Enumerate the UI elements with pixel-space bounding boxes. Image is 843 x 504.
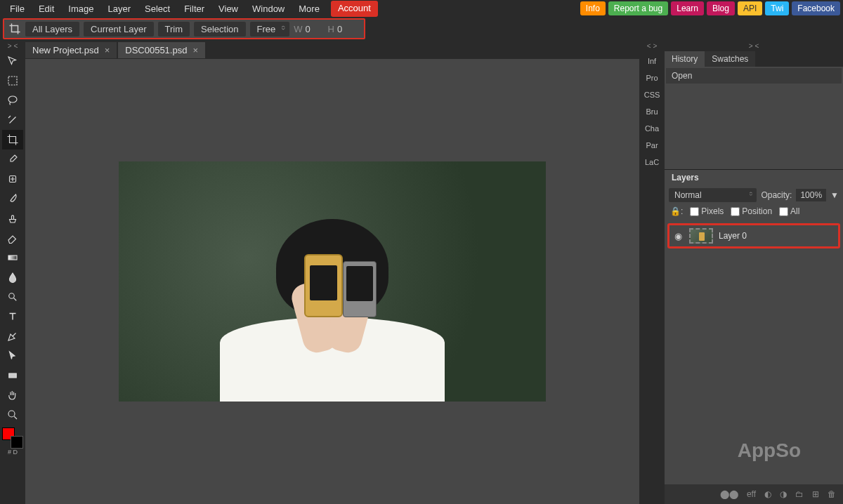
lock-icon: 🔒: — [670, 206, 683, 216]
info-panel-tab[interactable]: Inf — [639, 53, 665, 69]
swap-colors-label: # D — [8, 449, 18, 456]
history-panel: Open — [665, 67, 843, 169]
layer-effects-button[interactable]: eff — [747, 489, 756, 499]
delete-layer-icon[interactable]: 🗑 — [828, 489, 836, 499]
svg-rect-5 — [9, 373, 17, 378]
svg-rect-0 — [8, 77, 17, 85]
menu-select[interactable]: Select — [138, 1, 177, 17]
document-tab[interactable]: New Project.psd× — [25, 42, 117, 58]
close-tab-icon[interactable]: × — [105, 45, 110, 55]
crop-selection-button[interactable]: Selection — [194, 22, 245, 37]
move-tool[interactable] — [2, 51, 23, 71]
pen-tool[interactable] — [2, 326, 23, 346]
properties-panel-tab[interactable]: Pro — [639, 69, 665, 86]
crop-ratio-select[interactable]: Free — [250, 22, 290, 37]
crop-height-input[interactable]: H0 — [328, 24, 355, 34]
clone-tool[interactable] — [2, 208, 23, 228]
menu-view[interactable]: View — [211, 1, 245, 17]
document-tabs: New Project.psd× DSC00551.psd× — [25, 41, 639, 59]
svg-point-6 — [8, 411, 15, 417]
svg-point-1 — [8, 96, 17, 102]
right-collapse-toggle[interactable]: > < — [665, 41, 843, 51]
new-folder-icon[interactable]: 🗀 — [795, 489, 804, 499]
menu-window[interactable]: Window — [245, 1, 292, 17]
history-tab[interactable]: History — [665, 51, 705, 67]
document-tab[interactable]: DSC00551.psd× — [118, 42, 205, 58]
lasso-tool[interactable] — [2, 91, 23, 110]
crop-icon — [8, 22, 21, 35]
magic-wand-tool[interactable] — [2, 110, 23, 130]
brush-tool[interactable] — [2, 189, 23, 208]
rect-select-tool[interactable] — [2, 71, 23, 91]
collapsed-panels: < > Inf Pro CSS Bru Cha Par LaC — [639, 41, 665, 504]
layer-list: ◉ Layer 0 AppSo — [665, 220, 843, 484]
right-panel-group: > < History Swatches Open Layers Normal … — [665, 41, 843, 504]
brush-panel-tab[interactable]: Bru — [639, 103, 665, 120]
crop-width-input[interactable]: W0 — [294, 24, 323, 34]
layer-row[interactable]: ◉ Layer 0 — [667, 223, 840, 248]
opacity-label: Opacity: — [761, 190, 792, 200]
opacity-slider-toggle[interactable]: ▼ — [830, 190, 839, 200]
character-panel-tab[interactable]: Cha — [639, 120, 665, 137]
link-layers-icon[interactable]: ⬤⬤ — [720, 489, 738, 499]
color-swatches[interactable] — [2, 427, 23, 449]
background-color[interactable] — [11, 436, 23, 449]
paragraph-panel-tab[interactable]: Par — [639, 137, 665, 154]
close-tab-icon[interactable]: × — [192, 45, 198, 55]
lock-position-checkbox[interactable]: Position — [731, 206, 772, 216]
eyedropper-tool[interactable] — [2, 150, 23, 169]
crop-all-layers-button[interactable]: All Layers — [25, 22, 79, 37]
menubar: File Edit Image Layer Select Filter View… — [0, 0, 843, 17]
svg-rect-3 — [8, 256, 17, 260]
zoom-tool[interactable] — [2, 405, 23, 425]
menu-more[interactable]: More — [292, 1, 327, 17]
menu-layer[interactable]: Layer — [101, 1, 138, 17]
layers-panel-title: Layers — [665, 169, 843, 185]
visibility-icon[interactable]: ◉ — [672, 231, 684, 241]
eraser-tool[interactable] — [2, 228, 23, 248]
layer-thumbnail[interactable] — [689, 228, 713, 244]
menu-image[interactable]: Image — [61, 1, 100, 17]
layer-mask-icon[interactable]: ◐ — [764, 489, 771, 499]
opacity-value[interactable]: 100% — [796, 189, 826, 201]
panel-collapse-toggle[interactable]: < > — [647, 42, 657, 50]
hand-tool[interactable] — [2, 385, 23, 405]
shape-tool[interactable] — [2, 366, 23, 385]
layer-name[interactable]: Layer 0 — [719, 231, 747, 241]
crop-trim-button[interactable]: Trim — [158, 22, 190, 37]
menu-filter[interactable]: Filter — [177, 1, 211, 17]
report-bug-button[interactable]: Report a bug — [608, 1, 668, 15]
toolbar-collapse-toggle[interactable]: > < — [8, 42, 18, 50]
menu-file[interactable]: File — [3, 1, 32, 17]
blend-mode-select[interactable]: Normal — [669, 188, 757, 202]
watermark: AppSo — [738, 439, 801, 462]
twitter-button[interactable]: Twi — [765, 1, 789, 15]
crop-tool[interactable] — [2, 130, 23, 150]
info-button[interactable]: Info — [580, 1, 606, 15]
blur-tool[interactable] — [2, 267, 23, 287]
adjustment-layer-icon[interactable]: ◑ — [780, 489, 787, 499]
menu-account[interactable]: Account — [331, 1, 378, 17]
path-select-tool[interactable] — [2, 346, 23, 366]
text-tool[interactable] — [2, 307, 23, 326]
lock-pixels-checkbox[interactable]: Pixels — [690, 206, 724, 216]
learn-button[interactable]: Learn — [671, 1, 704, 15]
blog-button[interactable]: Blog — [707, 1, 735, 15]
menu-edit[interactable]: Edit — [32, 1, 61, 17]
options-bar: All Layers Current Layer Trim Selection … — [3, 18, 365, 39]
dodge-tool[interactable] — [2, 287, 23, 307]
css-panel-tab[interactable]: CSS — [639, 86, 665, 103]
layercomps-panel-tab[interactable]: LaC — [639, 154, 665, 171]
svg-point-4 — [9, 293, 15, 299]
healing-tool[interactable] — [2, 169, 23, 189]
lock-all-checkbox[interactable]: All — [779, 206, 799, 216]
history-item[interactable]: Open — [666, 68, 842, 84]
gradient-tool[interactable] — [2, 248, 23, 267]
new-layer-icon[interactable]: ⊞ — [812, 489, 819, 499]
api-button[interactable]: API — [738, 1, 762, 15]
facebook-button[interactable]: Facebook — [792, 1, 840, 15]
canvas[interactable] — [25, 59, 639, 504]
tools-panel: > < # D — [0, 41, 25, 504]
swatches-tab[interactable]: Swatches — [705, 51, 755, 67]
crop-current-layer-button[interactable]: Current Layer — [84, 22, 153, 37]
